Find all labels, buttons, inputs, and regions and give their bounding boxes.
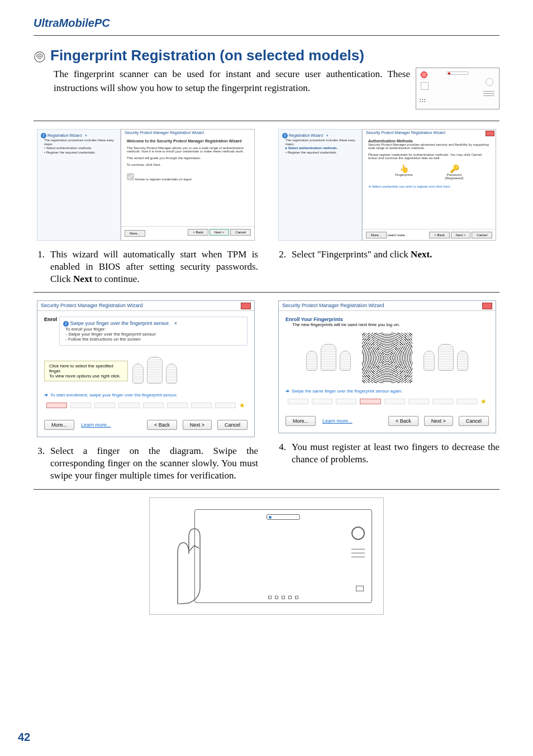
learn-more-link[interactable]: Learn more... bbox=[322, 418, 353, 424]
wizard-b-tip-b2: • Register the required credentials. bbox=[282, 151, 358, 155]
main-heading-text: Fingerprint Registration (on selected mo… bbox=[50, 47, 364, 64]
finger-select-tooltip: Click here to select the specified finge… bbox=[44, 361, 128, 381]
fingerprint-sensor-callout-icon bbox=[421, 71, 427, 78]
device-thumbnail bbox=[416, 68, 499, 109]
divider bbox=[34, 489, 499, 490]
next-button[interactable]: Next > bbox=[451, 232, 471, 238]
step-3-number: 3. bbox=[34, 445, 50, 482]
wizard-d-titlebar: Security Protect Manager Registration Wi… bbox=[282, 303, 384, 309]
cancel-button[interactable]: Cancel bbox=[217, 420, 248, 430]
wizard-a-tip-b2: • Register the required credentials. bbox=[41, 151, 117, 155]
wizard-c-tip-l1: To enroll your finger: bbox=[63, 327, 244, 332]
learn-more-link[interactable]: Learn more... bbox=[388, 233, 408, 237]
header-rule bbox=[34, 35, 499, 36]
fingerprint-icon: 👆 bbox=[387, 164, 421, 173]
svg-point-0 bbox=[35, 51, 45, 61]
wizard-a-tip-title: Registration Wizard bbox=[47, 133, 82, 137]
step-1-number: 1. bbox=[34, 248, 50, 285]
wizard-c-tip-l2: - Swipe your finger over the fingerprint… bbox=[63, 332, 244, 337]
wizard-c-tip-title: Swipe your finger over the fingerprint s… bbox=[70, 320, 170, 326]
back-button[interactable]: < Back bbox=[147, 420, 177, 430]
more-button[interactable]: More... bbox=[44, 420, 74, 430]
wizard-a-checkbox-label: Advise to register credentials on logon bbox=[135, 178, 192, 181]
wizard-c-titlebar: Security Protect Manager Registration Wi… bbox=[41, 303, 143, 309]
nav-dial-icon bbox=[351, 527, 365, 540]
step-4-text: You must register at least two fingers t… bbox=[292, 441, 499, 466]
page-number: 42 bbox=[18, 731, 30, 744]
star-icon: ★ bbox=[239, 401, 245, 409]
bottom-button-row bbox=[268, 596, 298, 599]
step-2-text: Select "Fingerprints" and click Next. bbox=[292, 248, 499, 261]
more-button[interactable]: More... bbox=[366, 232, 387, 238]
button-icon bbox=[356, 586, 364, 591]
wizard-b-heading: Authentication Methods bbox=[368, 139, 490, 143]
intro-text: The fingerprint scanner can be used for … bbox=[54, 68, 410, 95]
close-icon[interactable] bbox=[482, 303, 492, 309]
close-icon[interactable] bbox=[486, 131, 494, 136]
step-2-number: 2. bbox=[275, 248, 292, 261]
wizard-b-tip-b1: ▸ Select authentication methods. bbox=[282, 146, 358, 150]
arrow-icon: ➜ bbox=[368, 185, 371, 188]
key-icon: 🔑 bbox=[437, 164, 471, 173]
doc-header: UltraMobilePC bbox=[34, 17, 499, 30]
wizard-b-titlebar: Security Protect Manager Registration Wi… bbox=[363, 130, 496, 136]
step-1-text: This wizard will automatically start whe… bbox=[50, 248, 258, 285]
wizard-a-p1: The Security Protect Manager allows you … bbox=[127, 146, 249, 153]
wizard-d-heading: Enroll Your Fingerprints bbox=[285, 317, 343, 322]
divider bbox=[34, 292, 499, 293]
wizard-b-tip-title: Registration Wizard bbox=[289, 133, 323, 137]
enrollment-progress: ★ bbox=[285, 397, 489, 406]
hand-diagram[interactable] bbox=[132, 357, 177, 384]
info-icon: i bbox=[282, 133, 288, 138]
advise-checkbox[interactable] bbox=[127, 173, 134, 180]
wizard-screenshot-3: Security Protect Manager Registration Wi… bbox=[37, 300, 255, 437]
wizard-a-heading: Welcome to the Security Protect Manager … bbox=[127, 139, 249, 143]
wizard-b-p1: Security Protect Manager provides advanc… bbox=[368, 143, 490, 150]
cancel-button[interactable]: Cancel bbox=[459, 416, 489, 426]
close-icon[interactable] bbox=[241, 303, 251, 309]
info-icon: i bbox=[41, 133, 46, 138]
wizard-d-p1: The new fingerprints will be used next t… bbox=[285, 322, 489, 327]
more-button[interactable]: More... bbox=[125, 230, 145, 237]
wizard-c-hint: To start enrollment, swipe your finger o… bbox=[50, 393, 178, 398]
back-button[interactable]: < Back bbox=[388, 416, 418, 426]
wizard-screenshot-2: i Registration Wizard × The registration… bbox=[278, 129, 496, 241]
cancel-button[interactable]: Cancel bbox=[230, 229, 251, 236]
info-icon: i bbox=[63, 321, 69, 327]
wizard-b-p2: Please register credentials for authenti… bbox=[368, 153, 490, 160]
swipe-illustration bbox=[149, 497, 384, 615]
more-button[interactable]: More... bbox=[285, 416, 316, 426]
step-3-text: Select a finger on the diagram. Swipe th… bbox=[50, 445, 258, 482]
step-4-number: 4. bbox=[275, 441, 292, 466]
fingerprint-icon bbox=[34, 50, 46, 62]
arrow-icon: ➜ bbox=[44, 393, 48, 398]
back-button[interactable]: < Back bbox=[429, 232, 450, 238]
main-heading: Fingerprint Registration (on selected mo… bbox=[34, 47, 499, 64]
enrollment-progress: ★ bbox=[44, 401, 248, 410]
fingerprint-sensor-icon bbox=[269, 516, 272, 519]
wizard-b-hint: Select credentials you wish to register … bbox=[372, 185, 451, 188]
password-option[interactable]: 🔑Password[Registered] bbox=[437, 164, 471, 180]
next-button[interactable]: Next > bbox=[210, 229, 230, 236]
wizard-screenshot-1: i Registration Wizard × The registration… bbox=[37, 129, 255, 241]
wizard-c-tip-l3: - Follow the instructions on the screen bbox=[63, 337, 244, 342]
wizard-screenshot-4: Security Protect Manager Registration Wi… bbox=[278, 300, 496, 433]
wizard-a-p3: To continue, click Next. bbox=[127, 163, 249, 166]
fingerprints-option[interactable]: 👆Fingerprints bbox=[387, 164, 421, 180]
wizard-b-tip-body: The registration procedure includes thes… bbox=[282, 138, 358, 146]
wizard-a-p2: This wizard will guide you through the r… bbox=[127, 156, 249, 160]
divider bbox=[34, 121, 499, 121]
next-button[interactable]: Next > bbox=[424, 416, 453, 426]
wizard-a-tip-b1: • Select authentication methods. bbox=[41, 146, 117, 150]
next-button[interactable]: Next > bbox=[183, 420, 212, 430]
back-button[interactable]: < Back bbox=[188, 229, 208, 236]
device-outline bbox=[194, 509, 372, 603]
cancel-button[interactable]: Cancel bbox=[472, 232, 492, 238]
wizard-a-tip-body: The registration procedure includes thes… bbox=[41, 138, 117, 146]
enroll-label: Enrol bbox=[44, 317, 57, 322]
fingerprint-image bbox=[362, 333, 412, 383]
star-icon: ★ bbox=[480, 398, 487, 405]
wizard-a-titlebar: Security Protect Manager Registration Wi… bbox=[121, 130, 254, 136]
learn-more-link[interactable]: Learn more... bbox=[81, 422, 111, 428]
arrow-icon: ➜ bbox=[285, 389, 289, 394]
